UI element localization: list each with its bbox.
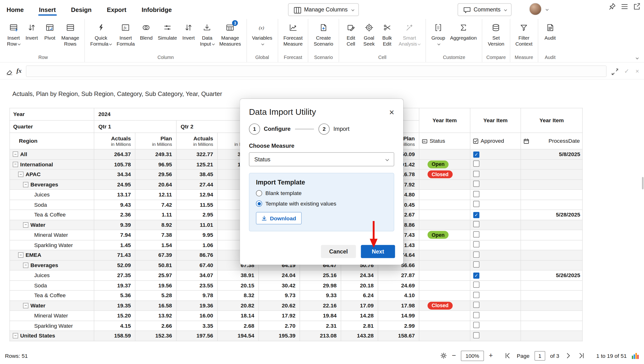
- approved-cell[interactable]: [470, 250, 521, 260]
- status-cell[interactable]: [419, 149, 470, 159]
- region-cell[interactable]: Juices: [10, 270, 94, 280]
- value-cell[interactable]: 12.94: [176, 190, 217, 200]
- status-cell[interactable]: [419, 240, 470, 250]
- value-cell[interactable]: 29.56: [135, 170, 176, 180]
- pivot-button[interactable]: Pivot: [41, 19, 59, 42]
- variables-button[interactable]: (x)Variables: [250, 19, 275, 48]
- value-cell[interactable]: 25.16: [300, 270, 341, 280]
- close-icon[interactable]: ×: [389, 108, 394, 116]
- region-cell[interactable]: Tea & Coffee: [10, 290, 94, 300]
- collapse-toggle[interactable]: −: [23, 222, 28, 228]
- approved-checkbox[interactable]: [473, 282, 479, 288]
- collapse-toggle[interactable]: −: [18, 252, 24, 258]
- value-cell[interactable]: 9.95: [176, 230, 217, 240]
- status-cell[interactable]: [419, 280, 470, 290]
- processdate-cell[interactable]: [521, 320, 582, 330]
- processdate-cell[interactable]: [521, 260, 582, 270]
- approved-checkbox[interactable]: [473, 161, 479, 167]
- value-cell[interactable]: 86.76: [176, 250, 217, 260]
- value-cell[interactable]: 17.09: [341, 300, 378, 310]
- collapse-toggle[interactable]: −: [23, 303, 28, 308]
- processdate-cell[interactable]: [521, 170, 582, 180]
- value-cell[interactable]: 2.68: [217, 320, 258, 330]
- value-cell[interactable]: 1.45: [94, 240, 135, 250]
- value-cell[interactable]: 19.35: [94, 300, 135, 310]
- value-cell[interactable]: 15.20: [94, 310, 135, 320]
- status-cell[interactable]: Closed: [419, 300, 470, 310]
- value-cell[interactable]: 23.55: [176, 280, 217, 290]
- value-cell[interactable]: 27.44: [176, 180, 217, 190]
- value-cell[interactable]: 11.55: [176, 200, 217, 210]
- goal-seek-button[interactable]: GoalSeek: [360, 19, 378, 48]
- value-cell[interactable]: 9.78: [176, 290, 217, 300]
- approved-cell[interactable]: [470, 290, 521, 300]
- value-cell[interactable]: 194.54: [217, 331, 258, 341]
- value-cell[interactable]: 197.56: [176, 331, 217, 341]
- value-cell[interactable]: 5.28: [135, 290, 176, 300]
- status-cell[interactable]: [419, 220, 470, 230]
- value-cell[interactable]: 27.87: [378, 270, 419, 280]
- approved-cell[interactable]: [470, 190, 521, 200]
- status-cell[interactable]: [419, 250, 470, 260]
- value-cell[interactable]: 20.62: [259, 300, 300, 310]
- manage-measures-button[interactable]: 3ManageMeasures: [217, 19, 244, 48]
- approved-checkbox[interactable]: [473, 241, 479, 248]
- value-cell[interactable]: 67.40: [176, 260, 217, 270]
- audit-button[interactable]: Audit: [541, 19, 559, 42]
- value-cell[interactable]: 16.58: [135, 300, 176, 310]
- confirm-formula-icon[interactable]: ✓: [624, 67, 630, 75]
- value-cell[interactable]: 158.67: [378, 331, 419, 341]
- processdate-cell[interactable]: [521, 180, 582, 190]
- approved-checkbox[interactable]: [473, 171, 479, 177]
- value-cell[interactable]: 2.31: [300, 320, 341, 330]
- region-cell[interactable]: −Beverages: [10, 260, 94, 270]
- processdate-cell[interactable]: 5/8/2025: [521, 149, 582, 159]
- smart-analysis-button[interactable]: SmartAnalysis: [396, 19, 423, 48]
- value-cell[interactable]: 12.11: [135, 190, 176, 200]
- create-scenario-button[interactable]: CreateScenario: [311, 19, 336, 48]
- value-cell[interactable]: 9.39: [94, 220, 135, 230]
- region-cell[interactable]: −United States: [10, 331, 94, 341]
- set-version-button[interactable]: SetVersion: [485, 19, 507, 48]
- value-cell[interactable]: 7.38: [135, 230, 176, 240]
- approved-checkbox[interactable]: [473, 292, 479, 298]
- processdate-cell[interactable]: 5/26/2025: [521, 270, 582, 280]
- value-cell[interactable]: 13.92: [135, 310, 176, 320]
- zoom-out-button[interactable]: −: [452, 352, 456, 360]
- value-cell[interactable]: 322.77: [176, 149, 217, 159]
- status-cell[interactable]: [419, 180, 470, 190]
- region-cell[interactable]: Soda: [10, 280, 94, 290]
- eraser-icon[interactable]: [5, 67, 12, 75]
- value-cell[interactable]: 143.28: [341, 331, 378, 341]
- value-cell[interactable]: 2.99: [378, 320, 419, 330]
- approved-cell[interactable]: [470, 230, 521, 240]
- approved-cell[interactable]: [470, 320, 521, 330]
- value-cell[interactable]: 7.42: [135, 200, 176, 210]
- processdate-cell[interactable]: [521, 300, 582, 310]
- cancel-formula-icon[interactable]: ×: [636, 68, 639, 74]
- status-cell[interactable]: Closed: [419, 170, 470, 180]
- status-cell[interactable]: Open: [419, 159, 470, 169]
- aggregation-button[interactable]: Aggregation: [448, 19, 479, 42]
- value-cell[interactable]: 38.91: [217, 270, 258, 280]
- approved-checkbox[interactable]: [473, 201, 479, 207]
- value-cell[interactable]: 13.17: [94, 190, 135, 200]
- value-cell[interactable]: 105.78: [94, 159, 135, 169]
- value-cell[interactable]: 3.35: [176, 320, 217, 330]
- region-cell[interactable]: Mineral Water: [10, 310, 94, 320]
- value-cell[interactable]: 9.33: [300, 290, 341, 300]
- status-cell[interactable]: Open: [419, 230, 470, 240]
- invert-row-button[interactable]: Invert: [23, 19, 41, 42]
- manage-rows-button[interactable]: ManageRows: [59, 19, 82, 48]
- value-cell[interactable]: 213.08: [300, 331, 341, 341]
- zoom-level[interactable]: 100%: [461, 350, 484, 361]
- value-cell[interactable]: 17.98: [378, 300, 419, 310]
- region-cell[interactable]: −Water: [10, 300, 94, 310]
- last-page-icon[interactable]: [578, 352, 586, 360]
- value-cell[interactable]: 14.28: [341, 310, 378, 320]
- value-cell[interactable]: 8.32: [217, 290, 258, 300]
- value-cell[interactable]: 249.31: [135, 149, 176, 159]
- processdate-cell[interactable]: [521, 230, 582, 240]
- tab-infobridge[interactable]: Infobridge: [141, 1, 172, 18]
- status-cell[interactable]: [419, 260, 470, 270]
